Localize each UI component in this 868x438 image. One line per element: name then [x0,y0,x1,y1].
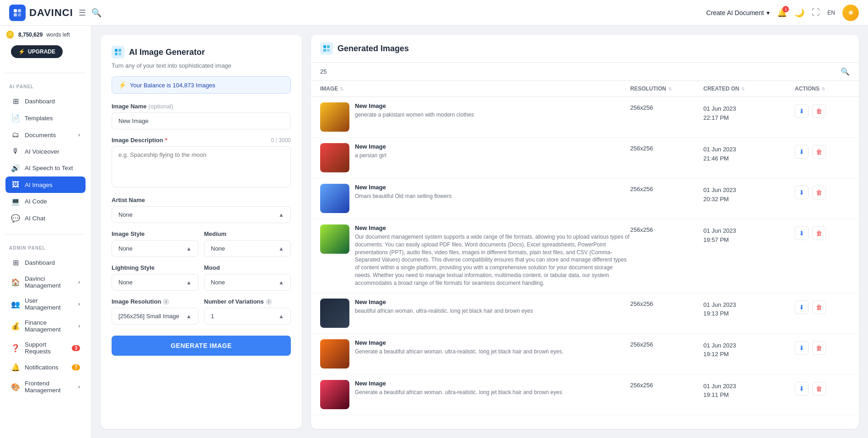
chevron-up-icon: ▲ [186,279,192,286]
admin-panel-label: ADMIN PANEL [5,246,86,254]
sidebar-item-label: Davinci Management [25,275,74,289]
delete-button[interactable]: 🗑 [812,382,826,395]
chevron-right-icon: › [78,384,80,390]
theme-toggle-button[interactable]: 🌙 [794,8,804,18]
navbar-left: DAVINCI ☰ 🔍 [9,5,102,21]
grid-icon: ⊞ [11,97,20,106]
resolution-cell: 256x256 [630,224,703,233]
delete-button[interactable]: 🗑 [812,104,826,118]
variations-info-icon[interactable]: i [266,299,272,305]
sidebar-item-label: Finance Management [25,319,74,333]
download-button[interactable]: ⬇ [795,382,809,395]
table-row: New Image Omani beautiful Old man sellin… [311,178,859,219]
images-toolbar: 25 🔍 [311,63,859,81]
svg-rect-0 [14,9,17,12]
num-variations-select[interactable]: 1 ▲ [204,308,291,325]
user-avatar[interactable]: ☀ [842,5,859,21]
date-cell: 01 Jun 202320:32 PM [703,184,795,203]
logo: DAVINCI [9,5,73,21]
image-info: New Image beautiful african woman. ultra… [355,299,630,315]
words-left-display: 🪙 8,750,629 words left [0,26,91,43]
download-button[interactable]: ⬇ [795,300,809,314]
image-description: a persian girl [355,152,630,160]
notification-icon: 🔔 [11,363,20,372]
create-document-button[interactable]: Create AI Document ▾ [706,9,770,16]
search-images-button[interactable]: 🔍 [841,67,850,76]
col-actions: Actions ⇅ [795,85,850,92]
words-label: words left [46,32,70,38]
bell-badge: 1 [782,6,789,12]
sidebar-item-frontend-management[interactable]: 🎨 Frontend Management › [5,376,86,398]
delete-button[interactable]: 🗑 [812,341,826,355]
sidebar-item-label: AI Speech to Text [25,165,73,171]
language-selector[interactable]: EN [827,10,835,16]
sidebar-item-support-requests[interactable]: ❓ Support Requests 3 [5,337,86,359]
lightning-style-select[interactable]: None ▲ [112,274,198,291]
image-info: New Image Generate a beautiful african w… [355,339,630,356]
image-style-label: Image Style [112,230,198,237]
sidebar-item-davinci-management[interactable]: 🏠 Davinci Management › [5,271,86,293]
sidebar-item-ai-chat[interactable]: 💬 AI Chat [5,210,86,227]
resolution-info-icon[interactable]: i [163,299,169,305]
char-count: 0 / 3000 [271,137,291,144]
medium-select[interactable]: None ▲ [204,240,291,257]
chevron-right-icon: › [78,132,80,138]
image-name: New Image [355,380,630,387]
image-resolution-group: Image Resolution i [256x256] Small Image… [112,298,198,325]
delete-button[interactable]: 🗑 [812,186,826,199]
mood-select[interactable]: None ▲ [204,274,291,291]
support-icon: ❓ [11,344,20,353]
download-button[interactable]: ⬇ [795,104,809,118]
admin-dashboard-icon: ⊞ [11,258,20,267]
download-button[interactable]: ⬇ [795,145,809,159]
images-panel: Generated Images 25 🔍 Image ⇅ Resolution… [311,35,859,429]
upgrade-icon: ⚡ [18,48,25,55]
search-button[interactable]: 🔍 [91,8,102,18]
sidebar-item-admin-dashboard[interactable]: ⊞ Dashboard [5,254,86,271]
style-medium-row: Image Style None ▲ Medium None ▲ [112,230,291,264]
upgrade-button[interactable]: ⚡ UPGRADE [11,45,63,58]
svg-rect-11 [327,49,330,52]
sidebar-item-user-management[interactable]: 👥 User Management › [5,293,86,315]
resolution-variations-row: Image Resolution i [256x256] Small Image… [112,298,291,332]
image-desc-textarea[interactable] [112,146,291,187]
fullscreen-button[interactable]: ⛶ [812,8,820,17]
svg-rect-9 [327,45,330,48]
sidebar-item-ai-speech[interactable]: 🔊 AI Speech to Text [5,160,86,176]
image-resolution-select[interactable]: [256x256] Small Image ▲ [112,308,198,325]
image-cell: New Image Generate a beautiful african w… [320,380,630,409]
image-thumbnail [320,299,349,328]
sidebar-item-finance-management[interactable]: 💰 Finance Management › [5,315,86,337]
davinci-icon: 🏠 [11,278,20,287]
image-name-input[interactable] [112,112,291,129]
sort-icon: ⇅ [668,86,672,91]
delete-button[interactable]: 🗑 [812,300,826,314]
sidebar-item-ai-code[interactable]: 💻 AI Code [5,193,86,210]
table-row: New Image beautiful african woman. ultra… [311,293,859,334]
sidebar-item-notifications[interactable]: 🔔 Notifications 7 [5,359,86,376]
menu-toggle-button[interactable]: ☰ [79,8,86,18]
resolution-cell: 256x256 [630,380,703,389]
delete-button[interactable]: 🗑 [812,145,826,159]
mood-value: None [211,279,225,286]
microphone-icon: 🎙 [11,147,20,155]
sidebar-item-ai-images[interactable]: 🖼 AI Images [5,176,86,193]
sidebar-item-ai-voiceover[interactable]: 🎙 AI Voiceover [5,143,86,160]
artist-name-select[interactable]: None ▲ [112,206,291,223]
sidebar-item-dashboard[interactable]: ⊞ Dashboard [5,93,86,110]
documents-icon: 🗂 [11,131,20,139]
download-button[interactable]: ⬇ [795,341,809,355]
delete-button[interactable]: 🗑 [812,226,826,240]
sidebar-item-label: AI Chat [25,215,45,222]
generate-image-button[interactable]: GENERATE IMAGE [112,336,291,356]
sidebar-item-documents[interactable]: 🗂 Documents › [5,127,86,143]
svg-rect-10 [323,49,326,52]
download-button[interactable]: ⬇ [795,186,809,199]
image-thumbnail [320,224,349,254]
notifications-bell-button[interactable]: 🔔 1 [777,8,787,18]
download-button[interactable]: ⬇ [795,226,809,240]
sidebar-item-templates[interactable]: 📄 Templates [5,110,86,127]
image-thumbnail [320,184,349,213]
image-style-select[interactable]: None ▲ [112,240,198,257]
image-name: New Image [355,184,630,191]
